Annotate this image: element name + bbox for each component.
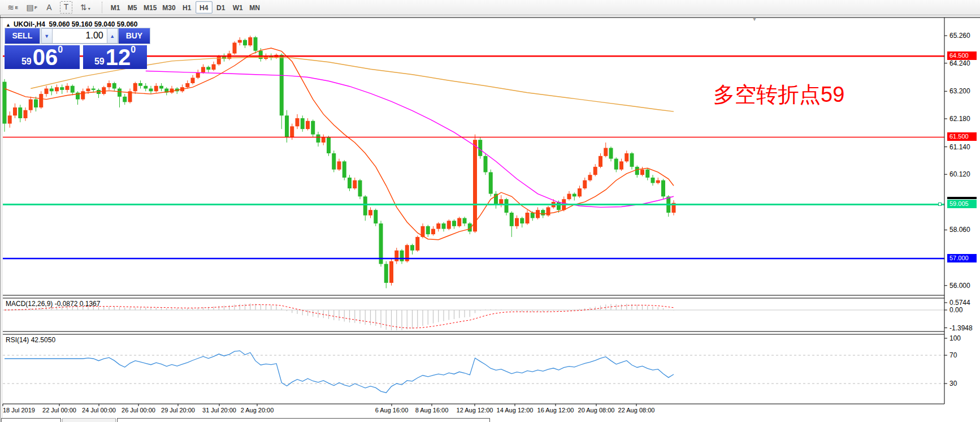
rsi-axis-label: 30 bbox=[949, 380, 957, 387]
scroll-indicator-icon[interactable]: ▼ bbox=[752, 16, 757, 22]
time-axis-label: 22 Aug 08:00 bbox=[618, 407, 655, 414]
time-axis-label: 6 Aug 16:00 bbox=[375, 407, 409, 414]
hline-drag-handle[interactable] bbox=[938, 203, 942, 206]
timeframe-h1[interactable]: H1 bbox=[179, 1, 196, 14]
price-axis-label: 64.240 bbox=[949, 59, 970, 67]
price-badge-57.000: 57.000 bbox=[947, 254, 977, 262]
timeframe-mn[interactable]: MN bbox=[246, 1, 263, 14]
grid-icon[interactable]: ▤F bbox=[21, 1, 38, 14]
trade-panel-controls: SELL ▼ 1.00 ▲ BUY bbox=[5, 28, 150, 44]
volume-decrease-button[interactable]: ▼ bbox=[41, 28, 53, 44]
window-frame-line bbox=[0, 15, 1, 422]
timeframe-w1[interactable]: W1 bbox=[229, 1, 246, 14]
window-tab[interactable] bbox=[1, 418, 61, 422]
sell-button[interactable]: SELL bbox=[5, 28, 40, 44]
timeframe-m5[interactable]: M5 bbox=[124, 1, 141, 14]
time-axis-label: 14 Aug 12:00 bbox=[497, 407, 534, 414]
window-tab[interactable] bbox=[117, 418, 490, 422]
indicators-icon[interactable]: ≋E bbox=[2, 1, 19, 14]
price-axis-label: 62.180 bbox=[949, 115, 970, 123]
window-frame-line bbox=[2, 18, 2, 422]
collapse-arrow-icon[interactable]: ▲ bbox=[6, 22, 11, 28]
price-axis-label: 58.060 bbox=[949, 226, 970, 234]
timeframe-m30[interactable]: M30 bbox=[159, 1, 178, 14]
volume-increase-button[interactable]: ▲ bbox=[107, 28, 118, 44]
time-axis-label: 20 Aug 08:00 bbox=[578, 407, 615, 414]
price-badge-59.005: 59.005 bbox=[947, 200, 977, 208]
timeframe-m1[interactable]: M1 bbox=[107, 1, 124, 14]
toolbar-separator bbox=[102, 2, 102, 13]
timeframe-m15[interactable]: M15 bbox=[141, 1, 159, 14]
chart-text-annotation[interactable]: 多空转折点59 bbox=[713, 83, 844, 106]
buy-price-big: 12 bbox=[106, 47, 131, 67]
timeframe-h4[interactable]: H4 bbox=[196, 1, 213, 14]
macd-axis-label: -1.3948 bbox=[949, 324, 973, 332]
symbol-title: UKOil-,H4 bbox=[14, 20, 45, 28]
buy-price-prefix: 59 bbox=[94, 56, 105, 67]
price-axis-label: 63.200 bbox=[949, 87, 970, 95]
price-badge-61.500: 61.500 bbox=[947, 132, 977, 141]
rsi-axis-label: 100 bbox=[949, 334, 961, 342]
rsi-axis-label: 70 bbox=[949, 351, 957, 359]
time-axis-label: 2 Aug 20:00 bbox=[241, 407, 274, 414]
sell-price-big: 06 bbox=[33, 47, 58, 67]
toolbar: ≋E ▤F A T ⇅▾ M1 M5 M15 M30 H1 H4 D1 W1 M… bbox=[0, 0, 980, 15]
sell-price-prefix: 59 bbox=[21, 56, 32, 67]
price-axis-label: 60.120 bbox=[949, 170, 970, 178]
time-axis-label: 22 Jul 00:00 bbox=[42, 407, 76, 414]
time-axis-label: 29 Jul 20:00 bbox=[161, 407, 195, 414]
time-axis-label: 18 Jul 2019 bbox=[3, 407, 35, 414]
time-axis-label: 12 Aug 12:00 bbox=[457, 407, 493, 414]
macd-axis-label: 0.5744 bbox=[949, 299, 970, 307]
time-axis-label: 16 Aug 12:00 bbox=[537, 407, 574, 414]
chevron-down-icon: ▾ bbox=[88, 6, 90, 11]
price-badge-64.500: 64.500 bbox=[947, 51, 977, 60]
rsi-label: RSI(14) 42.5050 bbox=[6, 336, 55, 344]
sell-price-sup: 0 bbox=[58, 40, 63, 59]
buy-price-sup: 0 bbox=[131, 40, 136, 59]
text-label-icon[interactable]: A bbox=[41, 1, 58, 14]
price-axis-label: 56.000 bbox=[949, 282, 970, 290]
chart-window[interactable] bbox=[0, 18, 980, 422]
one-click-trading-panel: SELL ▼ 1.00 ▲ BUY 59060 59120 bbox=[5, 28, 150, 69]
terminal-window: ≋E ▤F A T ⇅▾ M1 M5 M15 M30 H1 H4 D1 W1 M… bbox=[0, 0, 980, 422]
ohlc-values: 59.060 59.160 59.040 59.060 bbox=[49, 20, 138, 28]
time-axis-label: 31 Jul 20:00 bbox=[202, 407, 236, 414]
macd-label: MACD(12,26,9) -0.0872 0.1367 bbox=[6, 300, 100, 308]
price-axis-label: 65.260 bbox=[949, 32, 970, 40]
trade-panel-prices: 59060 59120 bbox=[5, 45, 150, 69]
window-tab-active[interactable] bbox=[62, 418, 116, 422]
time-axis-label: 8 Aug 16:00 bbox=[415, 407, 449, 414]
text-box-icon[interactable]: T bbox=[60, 1, 72, 14]
timeframe-d1[interactable]: D1 bbox=[213, 1, 229, 14]
sell-price-tile[interactable]: 59060 bbox=[5, 45, 80, 69]
chart-title: ▲UKOil-,H4 59.060 59.160 59.040 59.060 bbox=[6, 20, 137, 28]
last-price-marker bbox=[947, 197, 977, 199]
arrange-windows-icon[interactable]: ⇅▾ bbox=[75, 1, 96, 14]
buy-price-tile[interactable]: 59120 bbox=[83, 45, 147, 69]
macd-axis-label: 0.00 bbox=[949, 306, 962, 314]
price-axis-label: 61.140 bbox=[949, 143, 970, 151]
time-axis-label: 26 Jul 00:00 bbox=[122, 407, 155, 414]
time-axis-label: 24 Jul 00:00 bbox=[82, 407, 116, 414]
